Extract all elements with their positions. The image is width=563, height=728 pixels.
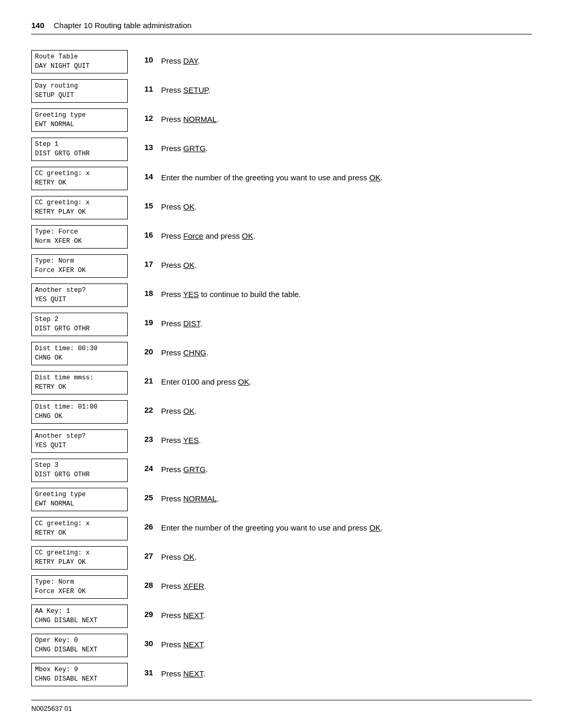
screen-display: Type: ForceNorm XFER OK xyxy=(31,225,128,249)
step-number: 23 xyxy=(144,429,161,443)
chapter-title: Chapter 10 Routing table administration xyxy=(54,21,191,30)
screen-display: Dist time: 00:30CHNG OK xyxy=(31,342,128,365)
step-row: AA Key: 1CHNG DISABL NEXT29Press NEXT. xyxy=(31,604,532,630)
screen-display: CC greeting: xRETRY OK xyxy=(31,167,128,190)
step-instruction: Press NEXT. xyxy=(161,663,532,680)
step-row: Step 2DIST GRTG OTHR19Press DIST. xyxy=(31,313,532,338)
screen-line1: Step 1 xyxy=(35,140,124,150)
screen-line2: RETRY OK xyxy=(35,179,124,188)
content-area: Route TableDAY NIGHT QUIT10Press DAY.Day… xyxy=(31,50,532,692)
screen-line2: CHNG OK xyxy=(35,354,124,363)
step-instruction: Enter the number of the greeting you wan… xyxy=(161,517,532,534)
screen-line1: CC greeting: x xyxy=(35,549,124,558)
step-instruction: Press OK. xyxy=(161,400,532,417)
step-number: 31 xyxy=(144,663,161,677)
screen-line1: Greeting type xyxy=(35,111,124,120)
screen-line2: DIST GRTG OTHR xyxy=(35,471,124,480)
screen-line2: SETUP QUIT xyxy=(35,91,124,101)
screen-line1: Another step? xyxy=(35,286,124,295)
step-number: 14 xyxy=(144,167,161,181)
step-number: 15 xyxy=(144,196,161,210)
screen-display: Step 1DIST GRTG OTHR xyxy=(31,138,128,161)
step-instruction: Press XFER. xyxy=(161,575,532,593)
screen-line1: Type: Force xyxy=(35,228,124,237)
step-instruction: Press NORMAL. xyxy=(161,488,532,505)
step-instruction: Enter 0100 and press OK. xyxy=(161,371,532,388)
screen-line1: Type: Norm xyxy=(35,257,124,266)
screen-display: Dist time: 01:00CHNG OK xyxy=(31,400,128,424)
step-row: Mbox Key: 9CHNG DISABL NEXT31Press NEXT. xyxy=(31,663,532,688)
screen-line1: Step 2 xyxy=(35,315,124,325)
screen-line1: CC greeting: x xyxy=(35,169,124,179)
step-number: 19 xyxy=(144,313,161,327)
screen-line1: Mbox Key: 9 xyxy=(35,665,124,675)
step-instruction: Press SETUP. xyxy=(161,79,532,96)
screen-display: CC greeting: xRETRY PLAY OK xyxy=(31,546,128,570)
step-instruction: Press NORMAL. xyxy=(161,108,532,126)
screen-line1: Dist time mmss: xyxy=(35,374,124,383)
screen-line1: Route Table xyxy=(35,53,124,62)
step-number: 18 xyxy=(144,283,161,298)
step-row: Dist time mmss:RETRY OK21Enter 0100 and … xyxy=(31,371,532,396)
step-instruction: Press GRTG. xyxy=(161,138,532,155)
screen-display: CC greeting: xRETRY OK xyxy=(31,517,128,540)
screen-line2: CHNG OK xyxy=(35,412,124,422)
step-row: Type: NormForce XFER OK28Press XFER. xyxy=(31,575,532,600)
page: 140 Chapter 10 Routing table administrat… xyxy=(0,0,563,723)
step-instruction: Press YES to continue to build the table… xyxy=(161,283,532,301)
step-number: 12 xyxy=(144,108,161,122)
step-number: 25 xyxy=(144,488,161,502)
step-row: CC greeting: xRETRY OK26Enter the number… xyxy=(31,517,532,542)
screen-display: Greeting typeEWT NORMAL xyxy=(31,108,128,132)
screen-line2: CHNG DISABL NEXT xyxy=(35,646,124,655)
step-row: CC greeting: xRETRY PLAY OK27Press OK. xyxy=(31,546,532,571)
step-row: Step 3DIST GRTG OTHR24Press GRTG. xyxy=(31,459,532,484)
screen-line1: Type: Norm xyxy=(35,578,124,587)
footer: N0025637 01 xyxy=(31,700,532,712)
screen-line2: Force XFER OK xyxy=(35,266,124,276)
step-number: 21 xyxy=(144,371,161,385)
step-instruction: Press CHNG. xyxy=(161,342,532,359)
step-number: 30 xyxy=(144,634,161,648)
step-row: CC greeting: xRETRY OK14Enter the number… xyxy=(31,167,532,192)
screen-line2: RETRY PLAY OK xyxy=(35,208,124,217)
step-number: 17 xyxy=(144,254,161,268)
screen-line2: CHNG DISABL NEXT xyxy=(35,616,124,626)
screen-line1: Dist time: 00:30 xyxy=(35,344,124,354)
screen-line1: AA Key: 1 xyxy=(35,607,124,616)
step-number: 26 xyxy=(144,517,161,531)
screen-line2: RETRY PLAY OK xyxy=(35,558,124,567)
step-instruction: Press DIST. xyxy=(161,313,532,330)
step-row: Day routingSETUP QUIT11Press SETUP. xyxy=(31,79,532,104)
step-row: Another step?YES QUIT23Press YES. xyxy=(31,429,532,454)
step-instruction: Press Force and press OK. xyxy=(161,225,532,242)
step-row: Oper Key: 0CHNG DISABL NEXT30Press NEXT. xyxy=(31,634,532,659)
screen-line1: Another step? xyxy=(35,432,124,441)
step-row: Step 1DIST GRTG OTHR13Press GRTG. xyxy=(31,138,532,163)
screen-line1: Greeting type xyxy=(35,490,124,500)
screen-line1: CC greeting: x xyxy=(35,520,124,529)
screen-display: CC greeting: xRETRY PLAY OK xyxy=(31,196,128,219)
step-instruction: Press OK. xyxy=(161,196,532,213)
screen-line1: Step 3 xyxy=(35,461,124,471)
screen-display: AA Key: 1CHNG DISABL NEXT xyxy=(31,604,128,628)
step-number: 24 xyxy=(144,459,161,473)
screen-line1: Day routing xyxy=(35,82,124,91)
step-number: 22 xyxy=(144,400,161,414)
screen-line2: DIST GRTG OTHR xyxy=(35,150,124,159)
screen-display: Step 3DIST GRTG OTHR xyxy=(31,459,128,482)
step-instruction: Press GRTG. xyxy=(161,459,532,476)
step-instruction: Press NEXT. xyxy=(161,604,532,622)
step-number: 13 xyxy=(144,138,161,152)
screen-line1: Dist time: 01:00 xyxy=(35,403,124,412)
screen-line2: EWT NORMAL xyxy=(35,120,124,130)
screen-line2: YES QUIT xyxy=(35,441,124,451)
doc-number: N0025637 01 xyxy=(31,705,72,712)
screen-line2: RETRY OK xyxy=(35,529,124,538)
screen-display: Type: NormForce XFER OK xyxy=(31,254,128,278)
screen-line2: CHNG DISABL NEXT xyxy=(35,675,124,684)
screen-line2: RETRY OK xyxy=(35,383,124,392)
screen-display: Another step?YES QUIT xyxy=(31,429,128,453)
chapter-number: 140 xyxy=(31,21,44,30)
step-row: Type: NormForce XFER OK17Press OK. xyxy=(31,254,532,279)
